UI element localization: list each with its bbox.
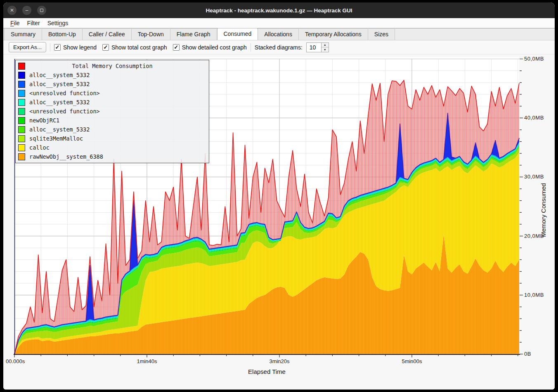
export-as-button[interactable]: Export As...: [9, 42, 46, 52]
stepper-down-button[interactable]: ▼: [322, 47, 329, 52]
legend-swatch-icon: [18, 90, 25, 97]
menu-file[interactable]: File: [7, 19, 24, 27]
maximize-button[interactable]: [37, 6, 46, 15]
maximize-icon: [40, 9, 43, 12]
x-tick-label: 1min40s: [130, 358, 163, 364]
y-axis-title: Memory Consumed: [540, 124, 547, 297]
checkmark-icon: ✓: [173, 44, 180, 51]
y-tick-label: 50,0MB: [524, 56, 544, 62]
tab-consumed[interactable]: Consumed: [217, 28, 258, 40]
tab-temporary-allocations[interactable]: Temporary Allocations: [299, 29, 368, 40]
menu-settings[interactable]: Settings: [44, 19, 72, 27]
checkmark-icon: ✓: [54, 44, 61, 51]
stacked-diagrams-stepper[interactable]: 10 ▲ ▼: [306, 42, 329, 52]
checkmark-icon: ✓: [102, 44, 109, 51]
legend-label: rawNewObj__system_6388: [29, 153, 103, 160]
legend-item: <unresolved function>: [16, 89, 209, 98]
legend-item: alloc__system_5332: [16, 70, 209, 80]
legend-label: alloc__system_5332: [29, 81, 90, 87]
legend-swatch-icon: [18, 99, 25, 106]
legend-swatch-icon: [18, 144, 25, 151]
menu-filter[interactable]: Filter: [24, 19, 44, 27]
legend-item: alloc__system_5332: [16, 80, 209, 89]
chart-panel: Total Memory Consumptionalloc__system_53…: [3, 54, 555, 390]
checkbox-group: ✓Show legend✓Show total cost graph✓Show …: [54, 44, 247, 51]
tab-allocations[interactable]: Allocations: [258, 29, 299, 40]
x-axis-title: Elapsed Time: [14, 368, 519, 375]
legend-label: sqlite3MemMalloc: [29, 135, 83, 142]
toolbar: Export As... ✓Show legend✓Show total cos…: [3, 40, 555, 54]
legend-label: alloc__system_5332: [29, 72, 90, 78]
legend-swatch-icon: [18, 135, 25, 142]
legend-swatch-icon: [18, 81, 25, 88]
legend-label: calloc: [29, 144, 50, 151]
x-tick-label: 3min20s: [263, 358, 296, 364]
legend-label: <unresolved function>: [29, 108, 100, 115]
legend-swatch-icon: [18, 153, 25, 160]
legend-item: calloc: [16, 143, 209, 152]
stepper-up-button[interactable]: ▲: [322, 43, 329, 48]
chart-legend: Total Memory Consumptionalloc__system_53…: [15, 60, 209, 163]
toolbar-separator: [50, 43, 50, 52]
tab-bar: SummaryBottom-UpCaller / CalleeTop-DownF…: [3, 28, 555, 40]
menu-bar: FileFilterSettings: [3, 18, 555, 28]
legend-swatch-icon: [18, 63, 25, 70]
legend-item: <unresolved function>: [16, 107, 209, 116]
legend-label: newObjRC1: [29, 117, 59, 124]
legend-swatch-icon: [18, 108, 25, 115]
tab-flame-graph[interactable]: Flame Graph: [170, 29, 217, 40]
checkbox-show-detailed-cost-graph[interactable]: ✓Show detailed cost graph: [173, 44, 247, 51]
legend-item: sqlite3MemMalloc: [16, 134, 209, 143]
legend-label: <unresolved function>: [29, 90, 100, 96]
x-tick-label: 00.000s: [6, 358, 25, 364]
checkbox-show-legend[interactable]: ✓Show legend: [54, 44, 97, 51]
y-tick-label: 40,0MB: [524, 115, 544, 121]
y-tick-label: 0B: [524, 351, 531, 357]
legend-item: alloc__system_5332: [16, 98, 209, 107]
legend-item: newObjRC1: [16, 116, 209, 125]
tab-sizes[interactable]: Sizes: [368, 29, 395, 40]
tab-summary[interactable]: Summary: [4, 29, 42, 40]
legend-swatch-icon: [18, 117, 25, 124]
legend-swatch-icon: [18, 72, 25, 79]
toolbar-separator: [251, 43, 251, 52]
legend-item: Total Memory Consumption: [16, 61, 209, 70]
title-bar: ✕ – Heaptrack - heaptrack.wakunode.1.gz …: [3, 2, 555, 18]
legend-item: rawNewObj__system_6388: [16, 152, 209, 161]
x-tick-label: 5min00s: [395, 358, 428, 364]
checkbox-label: Show legend: [63, 44, 97, 51]
stacked-diagrams-label: Stacked diagrams:: [255, 44, 303, 51]
stacked-diagrams-value[interactable]: 10: [306, 42, 321, 52]
checkbox-label: Show detailed cost graph: [182, 44, 247, 51]
close-button[interactable]: ✕: [7, 6, 17, 15]
minimize-button[interactable]: –: [22, 6, 31, 15]
legend-label: alloc__system_5332: [29, 99, 90, 106]
checkbox-label: Show total cost graph: [111, 44, 167, 51]
tab-caller-callee[interactable]: Caller / Callee: [83, 29, 132, 40]
window-title: Heaptrack - heaptrack.wakunode.1.gz — He…: [3, 7, 555, 14]
tab-top-down[interactable]: Top-Down: [132, 29, 170, 40]
tab-bottom-up[interactable]: Bottom-Up: [42, 29, 83, 40]
legend-item: alloc__system_5332: [16, 125, 209, 134]
heaptrack-window: ✕ – Heaptrack - heaptrack.wakunode.1.gz …: [3, 2, 555, 390]
stepper-buttons: ▲ ▼: [321, 42, 329, 52]
checkbox-show-total-cost-graph[interactable]: ✓Show total cost graph: [102, 44, 167, 51]
legend-swatch-icon: [18, 126, 25, 133]
legend-label: Total Memory Consumption: [29, 63, 195, 69]
window-controls: ✕ –: [7, 6, 46, 15]
legend-label: alloc__system_5332: [29, 126, 90, 133]
